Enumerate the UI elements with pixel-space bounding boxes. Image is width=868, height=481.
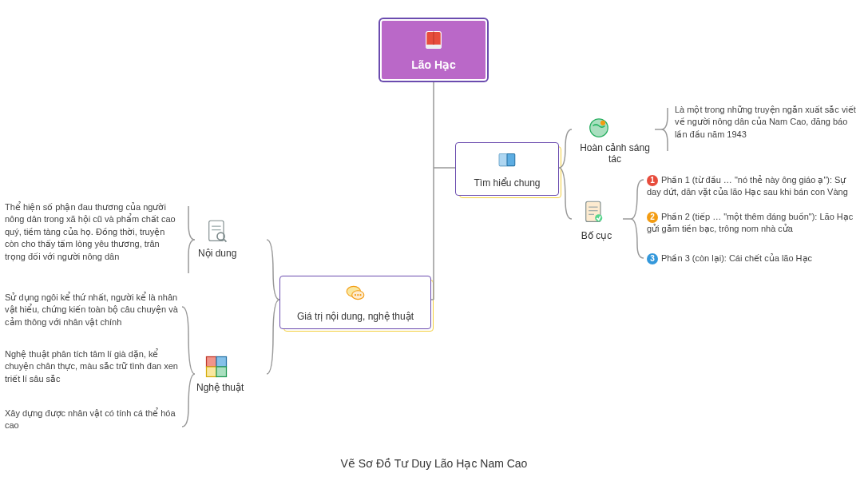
art-point-1: Sử dụng ngôi kể thứ nhất, người kể là nh…: [5, 292, 180, 328]
caption: Vẽ Sơ Đồ Tư Duy Lão Hạc Nam Cao: [0, 457, 868, 470]
svg-rect-29: [216, 367, 227, 377]
puzzle-icon: [204, 355, 228, 382]
layout-part-2: 2Phần 2 (tiếp … "một thêm đáng buồn"): L…: [647, 211, 854, 236]
svg-rect-26: [207, 357, 217, 368]
book-icon: [422, 29, 445, 54]
svg-rect-27: [216, 357, 227, 368]
context-text: Là một trong những truyện ngắn xuất sắc …: [675, 104, 858, 141]
svg-rect-21: [209, 221, 224, 240]
badge-1: 1: [647, 175, 658, 186]
badge-2: 2: [647, 212, 658, 223]
art-label: Nghệ thuật: [196, 382, 244, 393]
art-point-3: Xây dựng được nhân vật có tính cá thể hó…: [5, 407, 180, 432]
svg-point-13: [359, 294, 361, 296]
globe-icon: [587, 116, 611, 143]
layout-part-3: 3Phần 3 (còn lại): Cái chết của lão Hạc: [647, 252, 854, 264]
content-label: Nội dung: [198, 248, 236, 259]
badge-3: 3: [647, 253, 658, 264]
svg-rect-4: [426, 45, 442, 49]
content-text: Thể hiện số phận đau thương của người nô…: [5, 201, 180, 263]
general-node: Tìm hiểu chung: [455, 142, 559, 196]
context-label: Hoàn cảnh sáng tác: [575, 142, 655, 165]
svg-point-11: [355, 294, 356, 296]
layout-label: Bố cục: [577, 230, 616, 241]
svg-point-15: [600, 121, 605, 125]
svg-rect-28: [207, 367, 217, 377]
svg-point-14: [590, 119, 608, 137]
general-title: Tìm hiểu chung: [474, 177, 540, 189]
value-title: Giá trị nội dung, nghệ thuật: [297, 311, 414, 322]
svg-rect-7: [499, 153, 507, 165]
svg-line-25: [224, 239, 226, 241]
root-node: Lão Hạc: [380, 19, 487, 81]
layout-part-1: 1Phần 1 (từ đầu … "nó thẻ này ông giáo ạ…: [647, 174, 854, 199]
root-title: Lão Hạc: [411, 58, 456, 71]
value-node: Giá trị nội dung, nghệ thuật: [279, 276, 431, 329]
open-book-icon: [497, 149, 517, 173]
document-check-icon: [583, 200, 605, 229]
chat-icon: [344, 283, 367, 306]
svg-point-12: [357, 294, 359, 296]
art-point-2: Nghệ thuật phân tích tâm lí già dặn, kể …: [5, 348, 180, 385]
document-search-icon: [206, 219, 228, 248]
